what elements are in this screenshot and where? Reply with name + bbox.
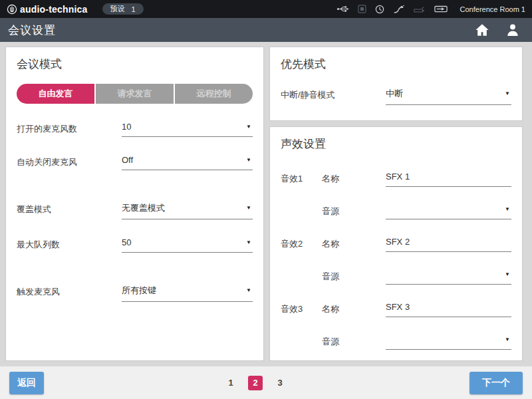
sfx3-source-label: 音源 [322, 334, 386, 348]
sfx-settings-panel: 声效设置 音效1 名称 SFX 1 音源 ▼ 音效2 名称 [269, 126, 523, 361]
sfx-settings-title: 声效设置 [281, 136, 511, 152]
sfx2-source-select[interactable]: ▼ [386, 269, 511, 285]
override-mode-label: 覆盖模式 [17, 202, 122, 215]
sfx1-name-input[interactable]: SFX 1 [386, 172, 511, 187]
speak-mode-tabs: 自由发言 请求发言 远程控制 [17, 84, 253, 104]
sync-icon [375, 5, 384, 14]
conference-mode-title: 会议模式 [17, 57, 253, 72]
page-title: 会议设置 [8, 23, 56, 38]
page-2[interactable]: 2 [248, 376, 263, 390]
trigger-mic-select[interactable]: 所有按键 ▼ [122, 285, 253, 302]
brand-name: audio-technica [20, 4, 88, 15]
interrupt-mute-mode-select[interactable]: 中断 ▼ [386, 88, 511, 105]
dropdown-arrow-icon: ▼ [505, 91, 510, 96]
tab-remote-control[interactable]: 远程控制 [174, 84, 253, 104]
priority-mode-panel: 优先模式 中断/静音模式 中断 ▼ [269, 47, 523, 121]
preset-value: 1 [132, 5, 136, 13]
stop-icon [358, 5, 366, 13]
title-bar: 会议设置 [0, 18, 532, 42]
dropdown-arrow-icon: ▼ [246, 205, 251, 211]
next-button[interactable]: 下一个 [469, 372, 523, 394]
footer-bar: 返回 1 2 3 下一个 [0, 366, 532, 399]
max-queue-label: 最大队列数 [17, 237, 122, 251]
trigger-mic-label: 触发麦克风 [17, 285, 122, 298]
override-mode-select[interactable]: 无覆盖模式 ▼ [122, 202, 253, 219]
auto-mic-off-label: 自动关闭麦克风 [17, 155, 122, 168]
sfx2-name-input[interactable]: SFX 2 [386, 237, 511, 252]
open-mic-count-select[interactable]: 10 ▼ [122, 122, 253, 137]
conference-mode-panel: 会议模式 自由发言 请求发言 远程控制 打开的麦克风数 10 ▼ 自动关闭麦克风… [5, 47, 264, 361]
dropdown-arrow-icon: ▼ [505, 337, 510, 342]
sfx2-name-label: 名称 [322, 237, 386, 250]
dropdown-arrow-icon: ▼ [246, 124, 251, 130]
preset-label: 预设 [110, 4, 125, 14]
sfx1-name-label: 名称 [322, 172, 386, 185]
dropdown-arrow-icon: ▼ [246, 288, 251, 293]
page-1[interactable]: 1 [223, 376, 238, 390]
sfx1-source-label: 音源 [322, 204, 386, 217]
preset-badge[interactable]: 预设 1 [102, 3, 144, 15]
audio-technica-logo-icon [7, 4, 17, 15]
user-button[interactable] [507, 23, 519, 37]
sfx1-source-select[interactable]: ▼ [386, 204, 511, 219]
auto-mic-off-select[interactable]: Off ▼ [122, 155, 253, 170]
sfx3-name-input[interactable]: SFX 3 [386, 302, 511, 317]
sfx3-group-label: 音效3 [281, 302, 322, 315]
sfx3-name-label: 名称 [322, 302, 386, 315]
battery-icon [414, 5, 426, 13]
pagination: 1 2 3 [223, 376, 287, 390]
open-mic-count-label: 打开的麦克风数 [17, 122, 122, 135]
dropdown-arrow-icon: ▼ [246, 240, 251, 245]
max-queue-select[interactable]: 50 ▼ [122, 237, 253, 253]
priority-mode-title: 优先模式 [281, 57, 511, 72]
top-status-bar: audio-technica 预设 1 [0, 0, 532, 18]
content-area: 会议模式 自由发言 请求发言 远程控制 打开的麦克风数 10 ▼ 自动关闭麦克风… [0, 42, 532, 366]
io-port-icon [434, 5, 448, 13]
room-name: Conference Room 1 [460, 5, 525, 13]
sfx2-group-label: 音效2 [281, 237, 322, 250]
gooseneck-mic-icon [393, 5, 405, 14]
home-button[interactable] [475, 23, 489, 37]
sfx2-source-label: 音源 [322, 269, 386, 283]
dropdown-arrow-icon: ▼ [505, 207, 510, 212]
tab-free-speak[interactable]: 自由发言 [17, 84, 94, 104]
brand-logo: audio-technica [7, 4, 88, 15]
usb-icon [336, 5, 349, 13]
dropdown-arrow-icon: ▼ [505, 272, 510, 277]
back-button[interactable]: 返回 [9, 372, 44, 394]
sfx1-group-label: 音效1 [281, 172, 322, 185]
tab-request-speak[interactable]: 请求发言 [94, 84, 174, 104]
interrupt-mute-mode-label: 中断/静音模式 [281, 88, 386, 101]
page-3[interactable]: 3 [273, 376, 287, 390]
dropdown-arrow-icon: ▼ [246, 158, 251, 163]
sfx3-source-select[interactable]: ▼ [386, 334, 511, 350]
